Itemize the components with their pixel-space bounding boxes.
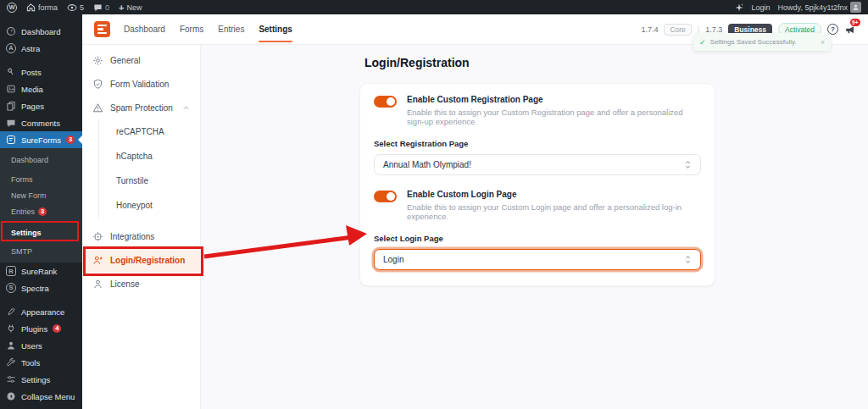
- settings-nav-label: License: [110, 279, 139, 289]
- sidebar-item-tools[interactable]: Tools: [0, 354, 82, 371]
- comments-link[interactable]: 0: [93, 3, 109, 12]
- announcements-icon[interactable]: 9+: [844, 24, 856, 35]
- sidebar-label: SureForms: [21, 135, 61, 145]
- settings-nav-turnstile[interactable]: Turnstile: [99, 169, 200, 193]
- submenu-item-smtp[interactable]: SMTP: [0, 243, 82, 259]
- ai-sparkle-icon[interactable]: [734, 3, 744, 13]
- settings-nav-license[interactable]: License: [82, 272, 200, 296]
- enable-registration-toggle[interactable]: [374, 96, 397, 108]
- submenu-item-settings[interactable]: Settings: [0, 223, 82, 243]
- tab-settings[interactable]: Settings: [259, 16, 292, 42]
- sidebar-item-posts[interactable]: Posts: [0, 64, 82, 80]
- submenu-item-entries[interactable]: Entries 3: [0, 203, 82, 219]
- settings-nav-spam-protection[interactable]: Spam Protection: [82, 96, 200, 119]
- plugins-count-badge: 4: [53, 324, 61, 333]
- wp-logo-menu[interactable]: W: [7, 3, 17, 13]
- sidebar-label: Collapse Menu: [21, 392, 75, 401]
- login-select-label: Select Login Page: [374, 234, 701, 243]
- site-name-link[interactable]: forma: [26, 3, 58, 12]
- settings-nav-hcaptcha[interactable]: hCaptcha: [99, 144, 200, 169]
- tab-forms[interactable]: Forms: [180, 16, 203, 42]
- sidebar-item-sureforms[interactable]: SureForms 3: [0, 131, 82, 148]
- updates-icon: [67, 3, 77, 12]
- brush-icon: [6, 307, 16, 317]
- sidebar-label: Pages: [21, 102, 44, 111]
- submenu-item-new-form[interactable]: New Form: [0, 187, 82, 203]
- sureforms-logo-icon[interactable]: [94, 21, 110, 37]
- spam-protection-submenu: reCAPTCHA hCaptcha Turnstile Honeypot: [98, 119, 200, 218]
- settings-nav-label: Form Validation: [110, 80, 169, 89]
- sidebar-item-plugins[interactable]: Plugins 4: [0, 320, 82, 337]
- sidebar-item-comments[interactable]: Comments: [0, 114, 82, 131]
- sidebar-item-users[interactable]: Users: [0, 337, 82, 354]
- settings-nav-label: Login/Registration: [110, 256, 185, 265]
- new-label: New: [126, 3, 142, 12]
- settings-nav-label: Integrations: [110, 232, 154, 241]
- collapse-icon: [6, 391, 16, 401]
- comment-icon: [6, 119, 16, 128]
- sidebar-item-media[interactable]: Media: [0, 80, 82, 97]
- site-name: forma: [38, 3, 58, 12]
- settings-nav-integrations[interactable]: Integrations: [82, 224, 200, 248]
- enable-login-toggle[interactable]: [374, 191, 397, 202]
- user-icon: [92, 279, 103, 290]
- submenu-item-dashboard[interactable]: Dashboard: [0, 152, 82, 168]
- sidebar-item-spectra[interactable]: S Spectra: [0, 279, 82, 296]
- core-version: 1.7.4: [641, 25, 658, 34]
- updates-link[interactable]: 5: [67, 3, 84, 12]
- sidebar-item-dashboard[interactable]: Dashboard: [0, 23, 82, 40]
- gear-icon: [92, 55, 103, 66]
- integrations-icon: [92, 231, 103, 242]
- pin-icon: [6, 67, 16, 77]
- tab-dashboard[interactable]: Dashboard: [124, 16, 165, 42]
- sureforms-icon: [6, 135, 16, 145]
- new-content-button[interactable]: + New: [119, 3, 142, 13]
- sidebar-label: Posts: [21, 68, 42, 77]
- settings-nav-login-registration[interactable]: Login/Registration: [82, 248, 200, 272]
- settings-nav-honeypot[interactable]: Honeypot: [99, 193, 200, 218]
- main-content: Login/Registration Enable Custom Registr…: [201, 45, 868, 409]
- sidebar-label: Spectra: [21, 284, 49, 293]
- sidebar-item-settings[interactable]: Settings: [0, 371, 82, 388]
- settings-nav: General Form Validation Spam Protection …: [82, 45, 201, 409]
- sidebar-item-collapse-menu[interactable]: Collapse Menu: [0, 388, 82, 405]
- sidebar-item-pages[interactable]: Pages: [0, 97, 82, 114]
- astra-icon: A: [6, 43, 16, 53]
- howdy-account-menu[interactable]: Howdy, 5pjk4y1t2fnx: [778, 2, 861, 13]
- registration-toggle-desc: Enable this to assign your Custom Regist…: [407, 108, 701, 126]
- sidebar-item-astra[interactable]: A Astra: [0, 40, 82, 57]
- tab-entries[interactable]: Entries: [218, 16, 244, 42]
- registration-page-select[interactable]: Annual Math Olympiad!: [374, 154, 701, 175]
- sureforms-submenu: Dashboard Forms New Form Entries 3 Setti…: [0, 148, 82, 263]
- shield-check-icon: [92, 79, 103, 90]
- plug-icon: [6, 323, 16, 334]
- core-badge: Core: [664, 24, 691, 36]
- sureforms-count-badge: 3: [66, 135, 75, 144]
- select-chevrons-icon: [684, 254, 692, 265]
- registration-select-label: Select Registration Page: [374, 139, 701, 148]
- media-icon: [6, 84, 16, 94]
- chevron-up-icon: [182, 104, 190, 112]
- registration-select-value: Annual Math Olympiad!: [383, 160, 471, 169]
- gauge-icon: [6, 26, 16, 36]
- updates-count: 5: [80, 3, 84, 12]
- settings-nav-form-validation[interactable]: Form Validation: [82, 72, 200, 96]
- login-menu-item[interactable]: Login: [752, 3, 771, 12]
- settings-nav-general[interactable]: General: [82, 48, 200, 72]
- toast-close-icon[interactable]: ×: [821, 38, 825, 47]
- login-page-select[interactable]: Login: [374, 249, 701, 270]
- settings-nav-recaptcha[interactable]: reCAPTCHA: [99, 119, 200, 144]
- sidebar-label: Users: [21, 341, 42, 351]
- submenu-item-forms[interactable]: Forms: [0, 171, 82, 187]
- surerank-icon: R: [6, 266, 16, 276]
- users-icon: [6, 340, 16, 351]
- wordpress-logo-icon: W: [7, 3, 17, 13]
- sidebar-item-surerank[interactable]: R SureRank: [0, 263, 82, 279]
- sidebar-label: Settings: [21, 375, 50, 384]
- settings-nav-label: General: [110, 56, 141, 65]
- sidebar-separator: [0, 296, 82, 303]
- check-icon: ✓: [699, 38, 706, 47]
- avatar: [850, 2, 861, 13]
- sidebar-item-appearance[interactable]: Appearance: [0, 303, 82, 320]
- sidebar-label: Dashboard: [21, 27, 60, 36]
